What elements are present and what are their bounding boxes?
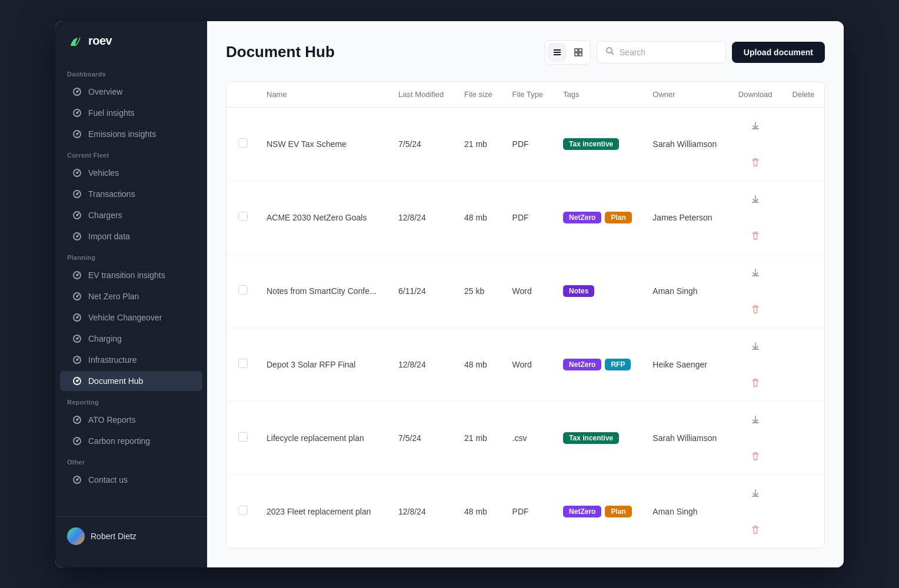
document-table: Name Last Modified File size File Type T… bbox=[227, 82, 824, 548]
cell-download-1 bbox=[728, 181, 783, 218]
sidebar-item-ato-reports[interactable]: ATO Reports bbox=[60, 410, 202, 430]
sidebar-item-label: EV transition insights bbox=[88, 270, 165, 280]
table-row: Depot 3 Solar RFP Final12/8/2448 mbWordN… bbox=[227, 328, 824, 401]
document-table-wrapper: Name Last Modified File size File Type T… bbox=[226, 81, 825, 549]
sidebar-item-charging[interactable]: Charging bbox=[60, 329, 202, 349]
cell-modified-2: 6/11/24 bbox=[389, 254, 455, 328]
gauge-icon-10 bbox=[72, 312, 82, 323]
th-owner: Owner bbox=[643, 82, 728, 108]
divider bbox=[55, 516, 207, 517]
table-row: Notes from SmartCity Confe...6/11/2425 k… bbox=[227, 254, 824, 328]
gauge-icon bbox=[72, 86, 82, 97]
cell-type-4: .csv bbox=[503, 401, 554, 475]
tag-tax-incentive: Tax incentive bbox=[563, 138, 619, 150]
cell-download-2 bbox=[728, 255, 783, 291]
header-actions: Upload document bbox=[545, 40, 825, 65]
sidebar-item-label: Fuel insights bbox=[88, 108, 135, 118]
download-button-0[interactable] bbox=[748, 118, 763, 133]
cell-tags-2: Notes bbox=[554, 254, 643, 328]
svg-point-1 bbox=[76, 91, 78, 92]
sidebar-item-overview[interactable]: Overview bbox=[60, 82, 202, 102]
row-checkbox-5[interactable] bbox=[238, 506, 248, 515]
download-button-2[interactable] bbox=[748, 265, 763, 280]
upload-document-button[interactable]: Upload document bbox=[732, 42, 825, 63]
cell-tags-1: NetZeroPlan bbox=[554, 181, 643, 254]
sidebar-item-vehicles[interactable]: Vehicles bbox=[60, 163, 202, 183]
cell-name-4: Lifecycle replacement plan bbox=[257, 401, 389, 475]
row-checkbox-0[interactable] bbox=[238, 138, 248, 148]
download-button-1[interactable] bbox=[748, 192, 763, 207]
search-box bbox=[597, 41, 726, 64]
gauge-icon-3 bbox=[72, 129, 82, 139]
sidebar-item-transactions[interactable]: Transactions bbox=[60, 184, 202, 204]
sidebar-item-label: Vehicle Changeover bbox=[88, 313, 162, 322]
th-name: Name bbox=[257, 82, 389, 108]
cell-modified-0: 7/5/24 bbox=[389, 107, 455, 181]
download-button-3[interactable] bbox=[748, 339, 763, 354]
th-last-modified: Last Modified bbox=[389, 82, 455, 108]
delete-button-5[interactable] bbox=[748, 522, 763, 537]
sidebar-item-document-hub[interactable]: Document Hub bbox=[60, 371, 202, 391]
cell-delete-5 bbox=[728, 512, 783, 548]
cell-name-2: Notes from SmartCity Confe... bbox=[257, 254, 389, 328]
table-row: 2023 Fleet replacement plan12/8/2448 mbP… bbox=[227, 475, 824, 548]
sidebar-item-chargers[interactable]: Chargers bbox=[60, 205, 202, 225]
cell-download-5 bbox=[728, 475, 783, 512]
sidebar-item-carbon-reporting[interactable]: Carbon reporting bbox=[60, 431, 202, 451]
cell-name-0: NSW EV Tax Scheme bbox=[257, 107, 389, 181]
sidebar-item-contact-us[interactable]: Contact us bbox=[60, 470, 202, 490]
svg-point-13 bbox=[76, 236, 78, 237]
cell-size-2: 25 kb bbox=[455, 254, 503, 328]
cell-modified-3: 12/8/24 bbox=[389, 328, 455, 401]
svg-rect-36 bbox=[579, 49, 582, 52]
app-window: roev Dashboards Overview Fuel insights E… bbox=[55, 21, 844, 567]
row-checkbox-2[interactable] bbox=[238, 285, 248, 295]
sidebar-item-label: Document Hub bbox=[88, 376, 143, 386]
sidebar-item-infrastructure[interactable]: Infrastructure bbox=[60, 350, 202, 370]
cell-delete-3 bbox=[728, 365, 783, 401]
svg-point-3 bbox=[76, 112, 78, 113]
sidebar-item-label: Contact us bbox=[88, 475, 128, 485]
sidebar-item-ev-transition[interactable]: EV transition insights bbox=[60, 265, 202, 285]
cell-owner-4: Sarah Williamson bbox=[643, 401, 728, 475]
cell-tags-3: NetZeroRFP bbox=[554, 328, 643, 401]
delete-button-3[interactable] bbox=[748, 375, 763, 390]
cell-name-5: 2023 Fleet replacement plan bbox=[257, 475, 389, 548]
sidebar-item-vehicle-changeover[interactable]: Vehicle Changeover bbox=[60, 308, 202, 328]
sidebar-item-label: Import data bbox=[88, 232, 130, 241]
svg-point-29 bbox=[76, 440, 78, 442]
delete-button-0[interactable] bbox=[748, 155, 763, 170]
delete-button-4[interactable] bbox=[748, 449, 763, 464]
sidebar-item-import-data[interactable]: Import data bbox=[60, 226, 202, 246]
cell-delete-2 bbox=[728, 291, 783, 328]
sidebar-item-label: Chargers bbox=[88, 211, 122, 220]
sidebar-item-emissions-insights[interactable]: Emissions insights bbox=[60, 124, 202, 144]
grid-view-button[interactable] bbox=[569, 43, 588, 62]
user-profile[interactable]: Robert Dietz bbox=[55, 522, 207, 551]
download-button-4[interactable] bbox=[748, 412, 763, 427]
section-label-reporting: Reporting bbox=[55, 392, 207, 409]
svg-point-17 bbox=[76, 296, 78, 297]
row-checkbox-3[interactable] bbox=[238, 359, 248, 368]
row-checkbox-1[interactable] bbox=[238, 212, 248, 221]
download-button-5[interactable] bbox=[748, 486, 763, 501]
svg-rect-38 bbox=[579, 53, 582, 56]
list-view-button[interactable] bbox=[548, 43, 567, 62]
sidebar-item-net-zero[interactable]: Net Zero Plan bbox=[60, 286, 202, 306]
cell-tags-0: Tax incentive bbox=[554, 107, 643, 181]
svg-point-23 bbox=[76, 359, 78, 360]
th-file-size: File size bbox=[455, 82, 503, 108]
cell-name-3: Depot 3 Solar RFP Final bbox=[257, 328, 389, 401]
gauge-icon-15 bbox=[72, 436, 82, 446]
delete-button-1[interactable] bbox=[748, 228, 763, 243]
search-input[interactable] bbox=[620, 48, 722, 57]
gauge-icon-5 bbox=[72, 189, 82, 199]
gauge-icon-13 bbox=[72, 376, 82, 386]
gauge-icon-8 bbox=[72, 270, 82, 280]
sidebar-item-fuel-insights[interactable]: Fuel insights bbox=[60, 103, 202, 123]
table-row: NSW EV Tax Scheme7/5/2421 mbPDFTax incen… bbox=[227, 107, 824, 181]
logo: roev bbox=[55, 33, 207, 64]
th-download: Download bbox=[728, 82, 783, 108]
row-checkbox-4[interactable] bbox=[238, 432, 248, 442]
delete-button-2[interactable] bbox=[748, 302, 763, 317]
